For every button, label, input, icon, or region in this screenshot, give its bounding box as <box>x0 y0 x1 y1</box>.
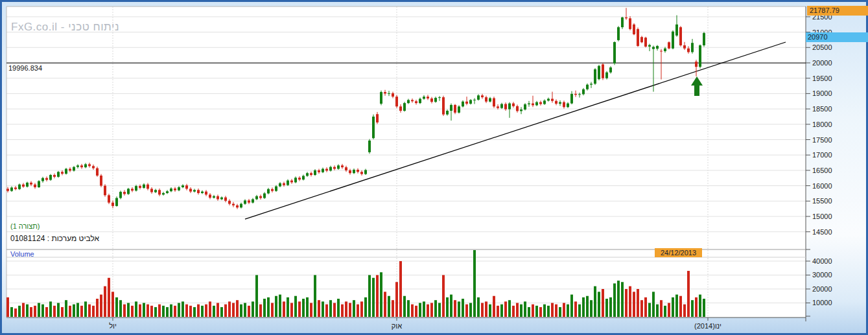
svg-text:18000: 18000 <box>812 121 832 128</box>
svg-text:19500: 19500 <box>812 75 832 82</box>
level-line-label: 19996.834 <box>8 64 42 72</box>
watermark: FxG.co.il - ניתוח טכני <box>11 21 119 34</box>
date-axis: יולאוקינו(2014) <box>109 318 721 330</box>
svg-text:20000: 20000 <box>812 59 832 67</box>
chart-window: 2150021000205002000019500190001850018000… <box>0 0 868 335</box>
plot-area[interactable] <box>6 6 806 318</box>
period-high-flag: 21787.79 <box>807 6 868 16</box>
svg-text:16000: 16000 <box>812 182 832 190</box>
last-price-flag: 20970 <box>806 32 868 42</box>
svg-text:19000: 19000 <box>812 89 832 97</box>
svg-text:17000: 17000 <box>812 151 832 159</box>
instrument-label: אלביט מערכות : 01081124 <box>10 234 99 243</box>
svg-text:20500: 20500 <box>812 43 832 51</box>
svg-text:יול: יול <box>109 322 117 330</box>
svg-text:20000: 20000 <box>812 285 832 293</box>
svg-text:16500: 16500 <box>812 167 832 174</box>
svg-text:14500: 14500 <box>812 228 832 236</box>
svg-text:ינו(2014): ינו(2014) <box>694 322 721 330</box>
marked-date-flag: 24/12/2013 <box>655 248 702 257</box>
svg-text:אוק: אוק <box>392 322 402 330</box>
config-label: (תצורה 1) <box>10 222 40 230</box>
volume-pane-title: Volume <box>10 250 34 258</box>
price-volume-chart[interactable]: 2150021000205002000019500190001850018000… <box>0 0 868 335</box>
svg-text:40000: 40000 <box>812 257 832 265</box>
svg-text:10000: 10000 <box>812 299 832 306</box>
svg-text:17500: 17500 <box>812 136 832 144</box>
svg-text:15000: 15000 <box>812 213 832 220</box>
svg-text:18500: 18500 <box>812 105 832 113</box>
svg-text:30000: 30000 <box>812 271 832 279</box>
svg-text:15500: 15500 <box>812 197 832 205</box>
